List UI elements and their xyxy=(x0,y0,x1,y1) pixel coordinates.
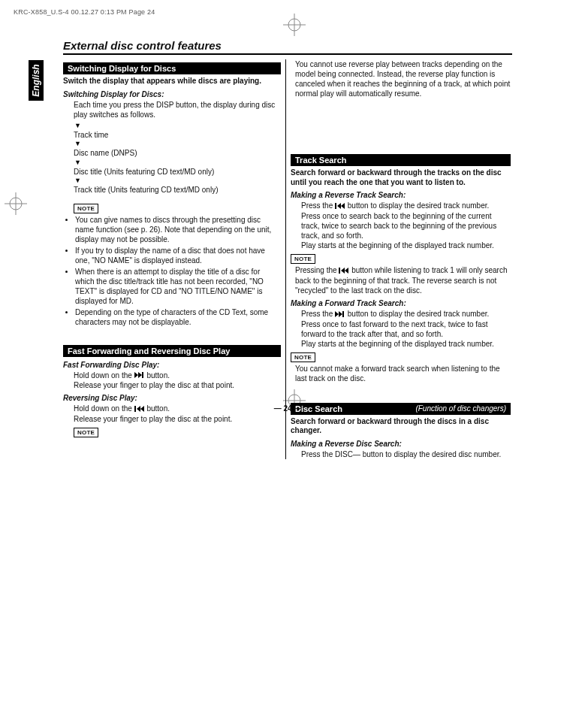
note-bullet: Depending on the type of characters of t… xyxy=(75,307,281,327)
svg-marker-19 xyxy=(341,268,345,274)
note-label: NOTE xyxy=(291,352,315,362)
svg-rect-18 xyxy=(339,268,340,274)
page-title: External disc control features xyxy=(63,39,512,55)
flow-item: Track time xyxy=(74,130,281,141)
display-flow: ▼ Track time ▼ Disc name (DNPS) ▼ Disc t… xyxy=(74,123,281,195)
svg-rect-15 xyxy=(335,203,336,209)
note-body: Pressing the button while listening to t… xyxy=(295,265,511,295)
svg-marker-21 xyxy=(335,311,339,317)
svg-rect-23 xyxy=(342,311,344,317)
down-arrow-icon: ▼ xyxy=(74,141,281,147)
language-tab: English xyxy=(29,60,44,101)
right-column: You cannot use reverse play between trac… xyxy=(285,59,511,459)
page-content: External disc control features Switching… xyxy=(63,39,512,459)
flow-item: Disc name (DNPS) xyxy=(74,148,281,159)
body-text: Press the DISC— button to display the de… xyxy=(301,449,511,459)
svg-rect-11 xyxy=(142,372,143,378)
subheading: Switching Display for Discs: xyxy=(63,90,281,98)
fast-forward-icon xyxy=(134,371,145,380)
note-bullet: If you try to display the name of a disc… xyxy=(75,246,281,265)
svg-marker-14 xyxy=(140,406,144,412)
section-heading: Track Search xyxy=(291,154,511,166)
body-text: Hold down on the button. Release your fi… xyxy=(74,371,281,391)
flow-item: Track title (Units featuring CD text/MD … xyxy=(74,185,281,195)
note-body: You cannot make a forward track search w… xyxy=(295,364,511,383)
print-header: KRC-X858_U.S-4 00.12.27 0:13 PM Page 24 xyxy=(14,8,155,16)
svg-marker-17 xyxy=(341,203,345,209)
svg-marker-16 xyxy=(337,203,341,209)
crop-mark-top xyxy=(283,14,306,36)
crop-mark-left xyxy=(5,192,27,215)
left-column: Switching Display for Discs Switch the d… xyxy=(63,59,285,459)
down-arrow-icon: ▼ xyxy=(74,159,281,166)
section-function-label: (Function of disc changers) xyxy=(415,404,506,413)
body-text: You cannot use reverse play between trac… xyxy=(295,59,511,98)
down-arrow-icon: ▼ xyxy=(74,123,281,129)
intro-text: Switch the display that appears while di… xyxy=(63,77,261,85)
language-tab-text: English xyxy=(31,64,41,96)
note-bullet: You can give names to discs through the … xyxy=(75,215,281,244)
svg-rect-12 xyxy=(134,406,136,412)
note-bullets: You can give names to discs through the … xyxy=(75,215,281,327)
section-heading: Fast Forwarding and Reversing Disc Play xyxy=(63,345,281,357)
page-number: — 24 — xyxy=(274,404,302,413)
note-label: NOTE xyxy=(74,428,98,437)
flow-item: Disc title (Units featuring CD text/MD o… xyxy=(74,167,281,177)
svg-marker-10 xyxy=(138,372,142,378)
subheading: Reversing Disc Play: xyxy=(63,394,281,402)
body-text: Press the button to display the desired … xyxy=(301,201,511,250)
subheading: Fast Forwarding Disc Play: xyxy=(63,361,281,369)
subheading: Making a Reverse Track Search: xyxy=(291,191,511,199)
intro-text: Search forward or backward through the t… xyxy=(291,168,502,186)
rewind-icon xyxy=(134,404,145,414)
svg-marker-20 xyxy=(345,268,348,274)
note-label: NOTE xyxy=(74,204,98,213)
svg-marker-9 xyxy=(134,372,138,378)
svg-marker-13 xyxy=(137,406,140,412)
svg-marker-22 xyxy=(339,311,342,317)
intro-text: Search forward or backward through the d… xyxy=(291,417,489,435)
prev-track-icon xyxy=(335,201,345,211)
body-text: Hold down on the button. Release your fi… xyxy=(74,404,281,424)
note-bullet: When there is an attempt to display the … xyxy=(75,267,281,306)
subheading: Making a Reverse Disc Search: xyxy=(291,440,511,448)
subheading: Making a Forward Track Search: xyxy=(291,299,511,307)
body-text: Each time you press the DISP button, the… xyxy=(74,100,281,120)
prev-track-icon xyxy=(339,266,349,276)
section-heading: Disc Search (Function of disc changers) xyxy=(291,403,511,415)
down-arrow-icon: ▼ xyxy=(74,177,281,184)
section-heading: Switching Display for Discs xyxy=(63,62,281,74)
body-text: Press the button to display the desired … xyxy=(301,309,511,349)
next-track-icon xyxy=(335,310,345,319)
note-label: NOTE xyxy=(291,254,315,264)
